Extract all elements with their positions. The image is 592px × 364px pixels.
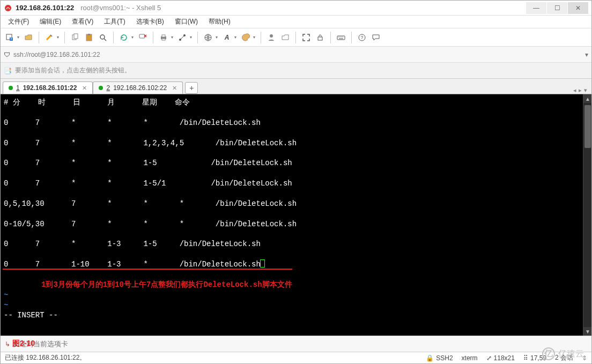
- globe-dd[interactable]: ▾: [214, 35, 219, 40]
- svg-rect-12: [162, 39, 165, 40]
- separator: [113, 32, 114, 43]
- separator: [330, 32, 331, 43]
- menu-edit[interactable]: 编辑(E): [35, 16, 65, 28]
- watermark: 亿 亿速云: [542, 347, 584, 360]
- status-bar: 已连接 192.168.26.101:22。 🔒 SSH2 xterm ⤢ 11…: [1, 352, 591, 363]
- app-icon: [4, 4, 12, 12]
- svg-rect-18: [337, 36, 345, 40]
- menu-view[interactable]: 查看(V): [68, 16, 98, 28]
- bookmark-icon[interactable]: 📑: [4, 67, 12, 75]
- paste-icon[interactable]: [83, 32, 95, 43]
- keyboard-icon[interactable]: [335, 32, 347, 43]
- terminal-pane: # 分 时 日 月 星期 命令 0 7 * * * /bin/DeleteLoc…: [1, 94, 591, 336]
- hint-text: 要添加当前会话，点击左侧的箭头按钮。: [15, 66, 131, 75]
- folder-icon[interactable]: [279, 32, 291, 43]
- svg-rect-17: [318, 37, 322, 40]
- figure-label: 图2-10: [12, 339, 35, 348]
- address-dropdown[interactable]: ▾: [585, 51, 588, 58]
- menu-file[interactable]: 文件(F): [4, 16, 33, 28]
- status-protocol: 🔒 SSH2: [426, 354, 453, 362]
- new-session-icon[interactable]: +: [4, 32, 16, 43]
- terminal-output[interactable]: # 分 时 日 月 星期 命令 0 7 * * * /bin/DeleteLoc…: [1, 94, 591, 336]
- add-tab-button[interactable]: +: [185, 82, 198, 94]
- reconnect-dd[interactable]: ▾: [130, 35, 135, 40]
- chat-icon[interactable]: [370, 32, 382, 43]
- menu-window[interactable]: 窗口(W): [171, 16, 202, 28]
- properties-dd[interactable]: ▾: [56, 35, 60, 40]
- separator: [295, 32, 296, 43]
- svg-text:+: +: [10, 37, 12, 41]
- compose-input[interactable]: [12, 340, 587, 348]
- separator: [351, 32, 352, 43]
- print-icon[interactable]: [158, 32, 169, 43]
- tab-index: 2: [106, 84, 110, 92]
- svg-rect-5: [74, 34, 78, 39]
- open-icon[interactable]: [23, 32, 34, 43]
- minimize-button[interactable]: —: [526, 2, 546, 14]
- status-termtype: xterm: [462, 354, 478, 362]
- tab-index: 1: [16, 84, 20, 92]
- menu-tabs[interactable]: 选项卡(B): [132, 16, 168, 28]
- tab-nav: ◂ ▸ ▾: [573, 87, 589, 94]
- user-icon[interactable]: [265, 32, 277, 43]
- window-titlebar: 192.168.26.101:22 root@vms001:~ - Xshell…: [1, 1, 591, 16]
- separator: [261, 32, 261, 43]
- tab-prev-icon[interactable]: ◂: [573, 87, 576, 94]
- new-session-dd[interactable]: ▾: [16, 35, 20, 40]
- fullscreen-icon[interactable]: [300, 32, 312, 43]
- session-tab-1[interactable]: 1 192.168.26.101:22 ✕: [3, 81, 93, 94]
- separator: [197, 32, 198, 43]
- menu-tools[interactable]: 工具(T): [100, 16, 129, 28]
- reconnect-icon[interactable]: [118, 32, 130, 43]
- font-icon[interactable]: A: [221, 32, 233, 43]
- address-bar: 🛡 ssh://root@192.168.26.101:22 ▾: [1, 47, 591, 63]
- title-app-name: root@vms001:~ - Xshell 5: [80, 4, 161, 12]
- globe-icon[interactable]: [202, 32, 214, 43]
- close-button[interactable]: ✕: [568, 2, 588, 14]
- watermark-icon: 亿: [542, 347, 555, 360]
- tab-close-icon[interactable]: ✕: [82, 85, 87, 92]
- font-dd[interactable]: ▾: [233, 35, 238, 40]
- compose-bar: ↳: [1, 336, 591, 352]
- copy-icon[interactable]: [69, 32, 81, 43]
- svg-rect-9: [139, 34, 145, 38]
- search-icon[interactable]: [97, 32, 109, 43]
- separator: [153, 32, 153, 43]
- status-dot-connected: [99, 86, 103, 90]
- palette-icon[interactable]: [240, 32, 251, 43]
- terminal-scrollbar[interactable]: ▲ ▼: [583, 94, 591, 336]
- net-icon[interactable]: [176, 32, 188, 43]
- scroll-up-icon[interactable]: ▲: [583, 94, 591, 103]
- address-url[interactable]: ssh://root@192.168.26.101:22: [13, 51, 100, 58]
- disconnect-icon[interactable]: [137, 32, 149, 43]
- secure-icon: 🛡: [4, 51, 10, 58]
- tab-close-icon[interactable]: ✕: [172, 85, 177, 92]
- print-dd[interactable]: ▾: [170, 35, 174, 40]
- tab-label: 192.168.26.101:22: [23, 84, 77, 92]
- svg-rect-7: [88, 34, 90, 35]
- svg-point-16: [270, 34, 273, 38]
- status-dot-connected: [9, 86, 13, 90]
- tab-list-dd[interactable]: ▾: [584, 87, 587, 94]
- net-dd[interactable]: ▾: [189, 35, 193, 40]
- separator: [64, 32, 65, 43]
- status-connection: 已连接 192.168.26.101:22。: [5, 353, 86, 362]
- properties-icon[interactable]: [43, 32, 55, 43]
- separator: [39, 32, 39, 43]
- svg-rect-11: [162, 35, 165, 37]
- session-tab-2[interactable]: 2 192.168.26.102:22 ✕: [93, 81, 183, 94]
- svg-text:?: ?: [360, 35, 363, 40]
- svg-point-0: [5, 5, 11, 11]
- send-target-icon[interactable]: ↳: [5, 340, 10, 348]
- help-icon[interactable]: ?: [356, 32, 368, 43]
- status-size: ⤢ 118x21: [486, 354, 515, 362]
- hint-bar: 📑 要添加当前会话，点击左侧的箭头按钮。: [1, 63, 591, 79]
- scroll-thumb[interactable]: [584, 105, 591, 148]
- menu-help[interactable]: 帮助(H): [204, 16, 235, 28]
- scroll-down-icon[interactable]: ▼: [583, 327, 591, 336]
- tab-next-icon[interactable]: ▸: [579, 87, 582, 94]
- lock-icon[interactable]: [314, 32, 326, 43]
- maximize-button[interactable]: ☐: [547, 2, 567, 14]
- palette-dd[interactable]: ▾: [252, 35, 256, 40]
- watermark-text: 亿速云: [558, 348, 584, 360]
